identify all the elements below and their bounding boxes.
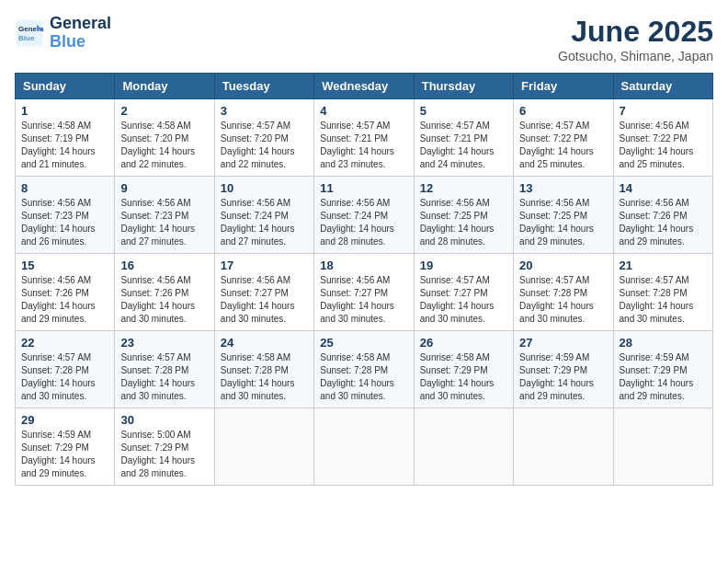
day-number: 4 (320, 104, 407, 118)
cell-info: Sunrise: 4:56 AM Sunset: 7:22 PM Dayligh… (620, 120, 707, 171)
calendar-cell: 1 Sunrise: 4:58 AM Sunset: 7:19 PM Dayli… (16, 99, 115, 177)
calendar-cell: 28 Sunrise: 4:59 AM Sunset: 7:29 PM Dayl… (613, 331, 712, 408)
calendar-cell: 25 Sunrise: 4:58 AM Sunset: 7:28 PM Dayl… (314, 331, 414, 408)
cell-info: Sunrise: 4:57 AM Sunset: 7:28 PM Dayligh… (620, 274, 707, 326)
day-number: 25 (320, 336, 407, 350)
day-number: 26 (420, 336, 507, 350)
calendar-cell: 22 Sunrise: 4:57 AM Sunset: 7:28 PM Dayl… (16, 331, 115, 408)
calendar-cell: 9 Sunrise: 4:56 AM Sunset: 7:23 PM Dayli… (115, 177, 214, 254)
cell-info: Sunrise: 4:56 AM Sunset: 7:25 PM Dayligh… (420, 197, 507, 248)
column-header-saturday: Saturday (613, 74, 712, 99)
day-number: 19 (420, 259, 507, 272)
page-header: General Blue General Blue June 2025 Gots… (15, 15, 713, 63)
calendar-week-row: 22 Sunrise: 4:57 AM Sunset: 7:28 PM Dayl… (16, 331, 713, 408)
day-number: 16 (120, 259, 208, 272)
cell-info: Sunrise: 4:59 AM Sunset: 7:29 PM Dayligh… (620, 351, 707, 403)
cell-info: Sunrise: 4:56 AM Sunset: 7:27 PM Dayligh… (320, 274, 407, 326)
cell-info: Sunrise: 4:56 AM Sunset: 7:25 PM Dayligh… (519, 197, 607, 248)
cell-info: Sunrise: 4:57 AM Sunset: 7:22 PM Dayligh… (519, 120, 607, 171)
cell-info: Sunrise: 4:56 AM Sunset: 7:24 PM Dayligh… (221, 197, 308, 248)
cell-info: Sunrise: 4:57 AM Sunset: 7:27 PM Dayligh… (420, 274, 507, 326)
cell-info: Sunrise: 4:59 AM Sunset: 7:29 PM Dayligh… (21, 429, 108, 480)
calendar-header-row: SundayMondayTuesdayWednesdayThursdayFrid… (16, 74, 713, 99)
cell-info: Sunrise: 4:59 AM Sunset: 7:29 PM Dayligh… (519, 351, 607, 403)
calendar-cell: 24 Sunrise: 4:58 AM Sunset: 7:28 PM Dayl… (214, 331, 313, 408)
cell-info: Sunrise: 4:56 AM Sunset: 7:26 PM Dayligh… (620, 197, 707, 248)
calendar-cell: 23 Sunrise: 4:57 AM Sunset: 7:28 PM Dayl… (115, 331, 214, 408)
day-number: 1 (21, 104, 108, 118)
logo-text: General Blue (50, 15, 111, 52)
calendar-cell: 16 Sunrise: 4:56 AM Sunset: 7:26 PM Dayl… (115, 254, 214, 331)
calendar-cell: 13 Sunrise: 4:56 AM Sunset: 7:25 PM Dayl… (514, 177, 613, 254)
cell-info: Sunrise: 5:00 AM Sunset: 7:29 PM Dayligh… (120, 429, 208, 480)
cell-info: Sunrise: 4:57 AM Sunset: 7:28 PM Dayligh… (120, 351, 208, 403)
calendar-cell: 30 Sunrise: 5:00 AM Sunset: 7:29 PM Dayl… (115, 408, 214, 486)
cell-info: Sunrise: 4:58 AM Sunset: 7:29 PM Dayligh… (420, 351, 507, 403)
column-header-tuesday: Tuesday (214, 74, 313, 99)
day-number: 27 (519, 336, 607, 350)
cell-info: Sunrise: 4:57 AM Sunset: 7:20 PM Dayligh… (221, 120, 308, 171)
calendar-cell: 21 Sunrise: 4:57 AM Sunset: 7:28 PM Dayl… (613, 254, 712, 331)
day-number: 15 (21, 259, 108, 272)
column-header-friday: Friday (514, 74, 613, 99)
calendar-cell: 17 Sunrise: 4:56 AM Sunset: 7:27 PM Dayl… (214, 254, 313, 331)
day-number: 17 (221, 259, 308, 272)
day-number: 3 (221, 104, 308, 118)
calendar-week-row: 29 Sunrise: 4:59 AM Sunset: 7:29 PM Dayl… (16, 408, 713, 486)
column-header-wednesday: Wednesday (314, 74, 414, 99)
calendar-week-row: 8 Sunrise: 4:56 AM Sunset: 7:23 PM Dayli… (16, 177, 713, 254)
day-number: 10 (221, 181, 308, 195)
cell-info: Sunrise: 4:57 AM Sunset: 7:21 PM Dayligh… (320, 120, 407, 171)
day-number: 14 (620, 181, 707, 195)
calendar-cell: 27 Sunrise: 4:59 AM Sunset: 7:29 PM Dayl… (514, 331, 613, 408)
cell-info: Sunrise: 4:58 AM Sunset: 7:20 PM Dayligh… (120, 120, 208, 171)
calendar-cell (214, 408, 313, 486)
title-block: June 2025 Gotsucho, Shimane, Japan (558, 15, 713, 63)
logo-icon: General Blue (15, 18, 44, 48)
day-number: 12 (420, 181, 507, 195)
calendar-cell: 14 Sunrise: 4:56 AM Sunset: 7:26 PM Dayl… (613, 177, 712, 254)
day-number: 23 (120, 336, 208, 350)
svg-text:Blue: Blue (18, 34, 35, 42)
calendar-cell (514, 408, 613, 486)
calendar-week-row: 15 Sunrise: 4:56 AM Sunset: 7:26 PM Dayl… (16, 254, 713, 331)
calendar-cell: 29 Sunrise: 4:59 AM Sunset: 7:29 PM Dayl… (16, 408, 115, 486)
cell-info: Sunrise: 4:57 AM Sunset: 7:21 PM Dayligh… (420, 120, 507, 171)
calendar-cell (414, 408, 513, 486)
calendar-week-row: 1 Sunrise: 4:58 AM Sunset: 7:19 PM Dayli… (16, 99, 713, 177)
calendar-cell (613, 408, 712, 486)
day-number: 21 (620, 259, 707, 272)
day-number: 2 (120, 104, 208, 118)
cell-info: Sunrise: 4:57 AM Sunset: 7:28 PM Dayligh… (519, 274, 607, 326)
cell-info: Sunrise: 4:58 AM Sunset: 7:28 PM Dayligh… (221, 351, 308, 403)
day-number: 29 (21, 413, 108, 427)
cell-info: Sunrise: 4:56 AM Sunset: 7:23 PM Dayligh… (120, 197, 208, 248)
calendar-cell: 8 Sunrise: 4:56 AM Sunset: 7:23 PM Dayli… (16, 177, 115, 254)
day-number: 28 (620, 336, 707, 350)
calendar-cell: 6 Sunrise: 4:57 AM Sunset: 7:22 PM Dayli… (514, 99, 613, 177)
calendar-cell: 3 Sunrise: 4:57 AM Sunset: 7:20 PM Dayli… (214, 99, 313, 177)
column-header-monday: Monday (115, 74, 214, 99)
day-number: 9 (120, 181, 208, 195)
day-number: 13 (519, 181, 607, 195)
calendar-cell: 12 Sunrise: 4:56 AM Sunset: 7:25 PM Dayl… (414, 177, 513, 254)
calendar-cell: 18 Sunrise: 4:56 AM Sunset: 7:27 PM Dayl… (314, 254, 414, 331)
calendar-cell: 15 Sunrise: 4:56 AM Sunset: 7:26 PM Dayl… (16, 254, 115, 331)
calendar-cell: 11 Sunrise: 4:56 AM Sunset: 7:24 PM Dayl… (314, 177, 414, 254)
location: Gotsucho, Shimane, Japan (558, 49, 713, 63)
day-number: 11 (320, 181, 407, 195)
day-number: 6 (519, 104, 607, 118)
day-number: 5 (420, 104, 507, 118)
cell-info: Sunrise: 4:58 AM Sunset: 7:19 PM Dayligh… (21, 120, 108, 171)
day-number: 20 (519, 259, 607, 272)
calendar-cell (314, 408, 414, 486)
column-header-sunday: Sunday (16, 74, 115, 99)
calendar-cell: 2 Sunrise: 4:58 AM Sunset: 7:20 PM Dayli… (115, 99, 214, 177)
cell-info: Sunrise: 4:56 AM Sunset: 7:26 PM Dayligh… (120, 274, 208, 326)
cell-info: Sunrise: 4:56 AM Sunset: 7:23 PM Dayligh… (21, 197, 108, 248)
calendar-cell: 4 Sunrise: 4:57 AM Sunset: 7:21 PM Dayli… (314, 99, 414, 177)
day-number: 18 (320, 259, 407, 272)
calendar-cell: 5 Sunrise: 4:57 AM Sunset: 7:21 PM Dayli… (414, 99, 513, 177)
day-number: 22 (21, 336, 108, 350)
month-title: June 2025 (558, 15, 713, 49)
